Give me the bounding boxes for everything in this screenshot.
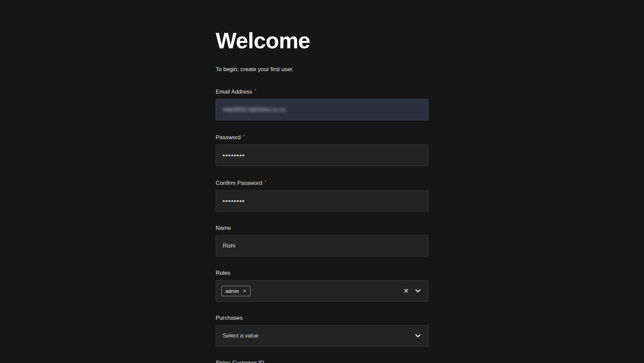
- name-label: Name: [216, 225, 428, 231]
- email-label: Email Address*: [216, 88, 428, 95]
- stripe-customer-id-field-group: Stripe Customer ID: [216, 360, 428, 363]
- purchases-select-controls: [415, 334, 421, 338]
- name-field-group: Name Rishi: [216, 225, 428, 257]
- chip-remove-icon[interactable]: ✕: [243, 289, 247, 293]
- page-subtitle: To begin, create your first user.: [216, 66, 428, 72]
- purchases-placeholder: Select a value: [223, 332, 259, 339]
- required-asterisk: *: [243, 134, 245, 139]
- email-field-group: Email Address* mkp0830.0@htdxa.co.xx: [216, 88, 428, 120]
- roles-label: Roles: [216, 270, 428, 276]
- password-label: Password*: [216, 134, 428, 140]
- clear-icon[interactable]: ✕: [403, 288, 409, 294]
- roles-chip-label: admin: [225, 288, 239, 294]
- purchases-label: Purchases: [216, 315, 428, 321]
- roles-chip-admin[interactable]: admin ✕: [221, 286, 251, 296]
- confirm-password-label: Confirm Password*: [216, 179, 428, 186]
- password-input[interactable]: ••••••••: [216, 145, 428, 166]
- page-title: Welcome: [216, 30, 428, 52]
- purchases-field-group: Purchases Select a value: [216, 315, 428, 347]
- confirm-password-input[interactable]: ••••••••: [216, 190, 428, 212]
- password-field-group: Password* ••••••••: [216, 134, 428, 166]
- chevron-down-icon[interactable]: [415, 334, 421, 338]
- roles-select-controls: ✕: [403, 288, 421, 294]
- roles-field-group: Roles admin ✕ ✕: [216, 270, 428, 302]
- roles-select[interactable]: admin ✕ ✕: [216, 280, 428, 302]
- create-first-user-page: Welcome To begin, create your first user…: [216, 0, 428, 363]
- required-asterisk: *: [255, 88, 256, 93]
- stripe-customer-id-label: Stripe Customer ID: [216, 360, 428, 363]
- chevron-down-icon[interactable]: [415, 289, 421, 293]
- required-asterisk: *: [265, 179, 266, 185]
- purchases-select[interactable]: Select a value: [216, 325, 428, 347]
- name-value: Rishi: [223, 243, 235, 249]
- email-input[interactable]: mkp0830.0@htdxa.co.xx: [216, 99, 428, 120]
- password-masked-value: ••••••••: [223, 152, 245, 159]
- confirm-password-field-group: Confirm Password* ••••••••: [216, 179, 428, 212]
- name-input[interactable]: Rishi: [216, 235, 428, 257]
- email-value-blurred: mkp0830.0@htdxa.co.xx: [223, 106, 285, 113]
- confirm-password-masked-value: ••••••••: [223, 198, 245, 205]
